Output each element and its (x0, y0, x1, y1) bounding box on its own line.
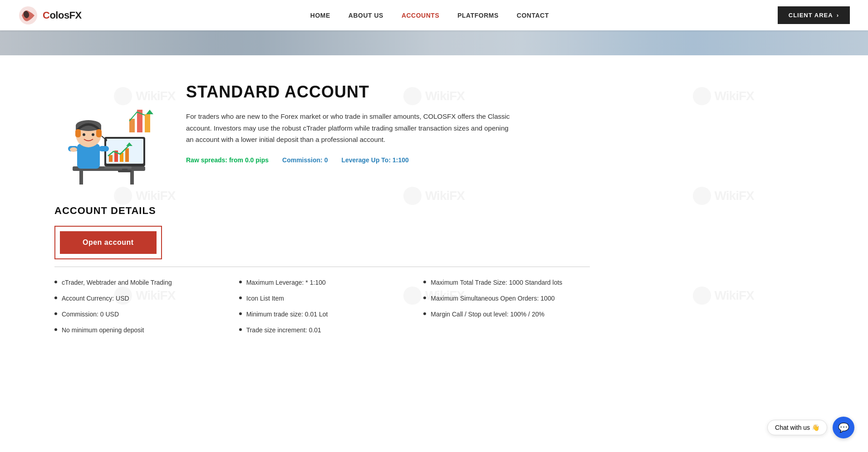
feature-item: Trade size increment: 0.01 (239, 326, 406, 335)
navbar: ColosFX HOME ABOUT US ACCOUNTS PLATFORMS… (0, 0, 868, 30)
highlight-leverage: Leverage Up To: 1:100 (341, 156, 408, 164)
svg-rect-30 (145, 114, 150, 132)
bullet-icon (239, 296, 242, 299)
account-highlights: Raw spreads: from 0.0 pips Commission: 0… (186, 156, 814, 164)
nav-menu: HOME ABOUT US ACCOUNTS PLATFORMS CONTACT (310, 11, 549, 19)
logo-text: ColosFX (43, 10, 82, 21)
feature-item: Commission: 0 USD (54, 310, 221, 319)
features-col-1: cTrader, Webtrader and Mobile Trading Ac… (54, 278, 221, 335)
page-body: WikiFX WikiFX WikiFX WikiFX WikiFX (0, 55, 868, 362)
svg-rect-14 (104, 166, 132, 169)
svg-rect-17 (99, 146, 109, 151)
highlight-commission: Commission: 0 (282, 156, 328, 164)
bullet-icon (239, 328, 242, 331)
svg-rect-15 (77, 144, 100, 169)
svg-point-18 (70, 147, 77, 152)
highlight-spreads: Raw spreads: from 0.0 pips (186, 156, 269, 164)
features-col-3: Maximum Total Trade Size: 1000 Standard … (423, 278, 590, 335)
nav-item-home[interactable]: HOME (310, 11, 330, 19)
trader-illustration (54, 83, 159, 187)
logo-icon (18, 5, 38, 25)
client-area-button[interactable]: CLIENT AREA › (778, 6, 850, 24)
trader-illustration-container (54, 83, 159, 187)
feature-item: Maximum Simultaneous Open Orders: 1000 (423, 294, 590, 303)
open-account-button[interactable]: Open account (60, 231, 157, 254)
bullet-icon (54, 312, 57, 315)
section-title: ACCOUNT DETAILS (54, 205, 814, 217)
bullet-icon (239, 312, 242, 315)
feature-item: Maximum Total Trade Size: 1000 Standard … (423, 278, 590, 287)
bullet-icon (423, 296, 426, 299)
svg-rect-12 (125, 148, 129, 162)
feature-item: Minimum trade size: 0.01 Lot (239, 310, 406, 319)
svg-rect-25 (96, 129, 102, 137)
account-details-section: ACCOUNT DETAILS Open account cTrader, We… (0, 205, 868, 362)
divider (54, 267, 590, 267)
open-account-wrapper: Open account (54, 226, 162, 259)
bullet-icon (54, 281, 57, 283)
svg-rect-3 (79, 171, 83, 185)
feature-item: Account Currency: USD (54, 294, 221, 303)
svg-rect-4 (130, 171, 134, 185)
bullet-icon (423, 281, 426, 283)
feature-item: Icon List Item (239, 294, 406, 303)
nav-item-platforms[interactable]: PLATFORMS (457, 11, 499, 19)
svg-point-23 (92, 133, 94, 136)
features-grid: cTrader, Webtrader and Mobile Trading Ac… (54, 278, 590, 335)
feature-item: cTrader, Webtrader and Mobile Trading (54, 278, 221, 287)
account-info: STANDARD ACCOUNT For traders who are new… (186, 83, 814, 164)
nav-item-accounts[interactable]: ACCOUNTS (402, 11, 439, 19)
feature-item: No minimum opening deposit (54, 326, 221, 335)
svg-rect-24 (75, 129, 81, 137)
svg-point-27 (104, 139, 107, 141)
hero-banner (0, 30, 868, 55)
feature-item: Margin Call / Stop out level: 100% / 20% (423, 310, 590, 319)
nav-item-about[interactable]: ABOUT US (348, 11, 383, 19)
svg-rect-9 (109, 155, 113, 162)
bullet-icon (423, 312, 426, 315)
svg-rect-28 (129, 119, 135, 132)
account-title: STANDARD ACCOUNT (186, 83, 814, 102)
features-col-2: Maximum Leverage: * 1:100 Icon List Item… (239, 278, 406, 335)
logo[interactable]: ColosFX (18, 5, 82, 25)
svg-rect-8 (118, 170, 132, 172)
bullet-icon (54, 328, 57, 331)
nav-item-contact[interactable]: CONTACT (517, 11, 549, 19)
account-section: STANDARD ACCOUNT For traders who are new… (0, 55, 868, 205)
feature-item: Maximum Leverage: * 1:100 (239, 278, 406, 287)
svg-marker-31 (146, 110, 153, 114)
svg-line-26 (102, 136, 105, 139)
bullet-icon (54, 296, 57, 299)
svg-point-22 (83, 133, 85, 136)
account-description: For traders who are new to the Forex mar… (186, 111, 517, 146)
bullet-icon (239, 281, 242, 283)
